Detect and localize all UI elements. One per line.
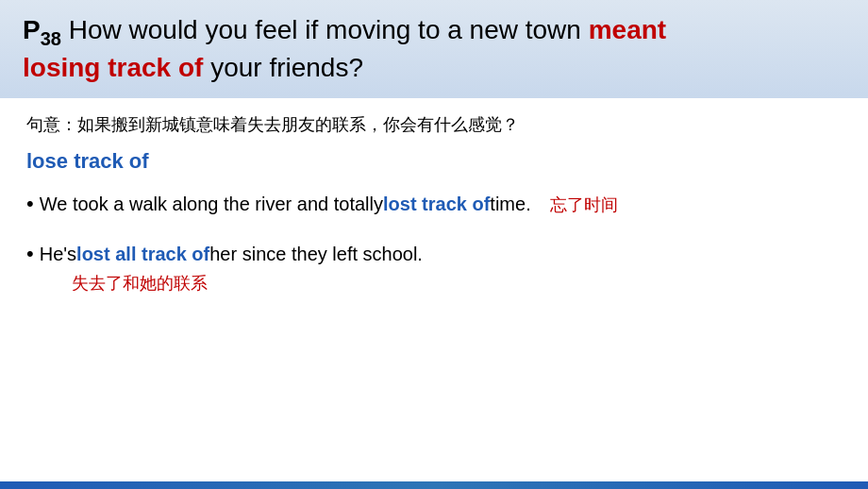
example-2-highlight: lost all track of [76,239,209,269]
example-2-line: • He's lost all track of her since they … [26,237,842,270]
example-2-translation: 失去了和她的联系 [72,272,842,295]
example-1: • We took a walk along the river and tot… [26,187,842,220]
example-2-text-before: He's [40,239,76,269]
header-text-after: your friends? [203,53,363,82]
bullet-1: • [26,187,34,220]
p-number: 38 [41,28,61,49]
header-text: P38 How would you feel if moving to a ne… [23,13,666,85]
example-1-translation-inline: 忘了时间 [550,192,618,219]
sentence-meaning: 句意：如果搬到新城镇意味着失去朋友的联系，你会有什么感觉？ [26,113,842,136]
content-section: 句意：如果搬到新城镇意味着失去朋友的联系，你会有什么感觉？ lose track… [0,98,868,489]
p-label: P38 [23,15,61,44]
example-1-text-after: time. [490,189,530,219]
header-section: P38 How would you feel if moving to a ne… [0,0,868,98]
header-highlight1: meant [589,15,666,44]
example-1-line: • We took a walk along the river and tot… [26,187,842,220]
sentence-meaning-label: 句意： [26,115,77,134]
sentence-meaning-text: 如果搬到新城镇意味着失去朋友的联系，你会有什么感觉？ [77,115,519,134]
example-2-text-after: her since they left school. [209,239,423,269]
header-text-before: How would you feel if moving to a new to… [61,15,589,44]
phrase-title: lose track of [26,149,842,174]
bullet-2: • [26,237,34,270]
example-1-text-before: We took a walk along the river and total… [40,189,383,219]
example-1-highlight: lost track of [383,189,490,219]
header-highlight2: losing track of [23,53,203,82]
footer-bar [0,481,868,489]
example-2: • He's lost all track of her since they … [26,237,842,295]
slide: P38 How would you feel if moving to a ne… [0,0,868,489]
